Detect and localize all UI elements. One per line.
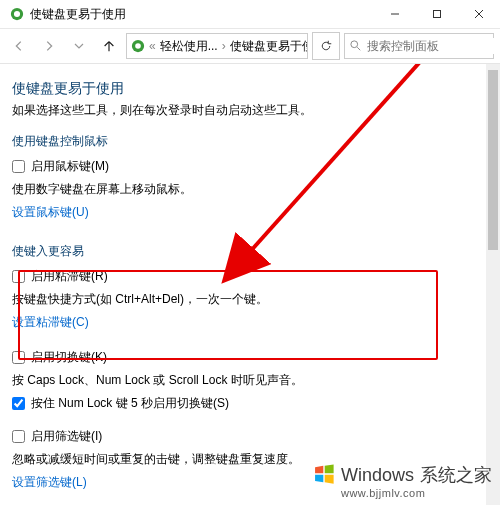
address-bar: « 轻松使用... › 使键盘更易于使用	[0, 29, 500, 64]
ease-of-access-icon	[131, 39, 145, 53]
toggle-keys-row: 启用切换键(K)	[12, 349, 470, 366]
mouse-keys-desc: 使用数字键盘在屏幕上移动鼠标。	[12, 181, 470, 198]
sticky-keys-link-line: 设置粘滞键(C)	[12, 314, 470, 331]
recent-dropdown[interactable]	[66, 33, 92, 59]
page-title: 使键盘更易于使用	[12, 80, 470, 98]
maximize-button[interactable]	[416, 0, 458, 28]
toggle-keys-checkbox[interactable]	[12, 351, 25, 364]
breadcrumb-sep-icon: «	[149, 39, 156, 53]
filter-keys-settings-link[interactable]: 设置筛选键(L)	[12, 475, 87, 489]
toggle-keys-numlock-row: 按住 Num Lock 键 5 秒启用切换键(S)	[12, 395, 470, 412]
svg-marker-14	[325, 475, 334, 484]
content-area: ▴ ▾ 使键盘更易于使用 如果选择这些工具，则在每次登录时自动启动这些工具。 使…	[0, 64, 500, 505]
window-titlebar: 使键盘更易于使用	[0, 0, 500, 29]
search-input[interactable]	[365, 38, 500, 54]
mouse-keys-checkbox[interactable]	[12, 160, 25, 173]
forward-button[interactable]	[36, 33, 62, 59]
window-title: 使键盘更易于使用	[30, 6, 126, 23]
toggle-keys-numlock-label: 按住 Num Lock 键 5 秒启用切换键(S)	[31, 395, 229, 412]
filter-keys-label: 启用筛选键(I)	[31, 428, 102, 445]
sticky-keys-desc: 按键盘快捷方式(如 Ctrl+Alt+Del)，一次一个键。	[12, 291, 470, 308]
up-button[interactable]	[96, 33, 122, 59]
breadcrumb-chevron-icon: ›	[222, 39, 226, 53]
watermark: Windows 系统之家 www.bjjmlv.com	[313, 463, 492, 499]
close-button[interactable]	[458, 0, 500, 28]
mouse-keys-settings-link[interactable]: 设置鼠标键(U)	[12, 205, 89, 219]
scrollbar-thumb[interactable]	[488, 70, 498, 250]
mouse-keys-link-line: 设置鼠标键(U)	[12, 204, 470, 221]
svg-point-8	[351, 40, 358, 47]
breadcrumb[interactable]: « 轻松使用... › 使键盘更易于使用	[126, 33, 308, 59]
sticky-keys-row: 启用粘滞键(R)	[12, 268, 470, 285]
refresh-button[interactable]	[312, 32, 340, 60]
watermark-url: www.bjjmlv.com	[341, 487, 425, 499]
filter-keys-checkbox[interactable]	[12, 430, 25, 443]
svg-rect-3	[434, 11, 441, 18]
section-mouse-heading: 使用键盘控制鼠标	[12, 133, 470, 150]
window-controls	[374, 0, 500, 28]
toggle-keys-desc: 按 Caps Lock、Num Lock 或 Scroll Lock 时听见声音…	[12, 372, 470, 389]
search-icon	[349, 39, 361, 54]
mouse-keys-row: 启用鼠标键(M)	[12, 158, 470, 175]
search-box[interactable]	[344, 33, 494, 59]
watermark-brand1: Windows	[341, 465, 414, 486]
section-typing-heading: 使键入更容易	[12, 243, 470, 260]
toggle-keys-label: 启用切换键(K)	[31, 349, 107, 366]
breadcrumb-item-2[interactable]: 使键盘更易于使用	[228, 38, 308, 55]
filter-keys-row: 启用筛选键(I)	[12, 428, 470, 445]
breadcrumb-item-1[interactable]: 轻松使用...	[158, 38, 220, 55]
svg-line-9	[357, 47, 360, 50]
sticky-keys-settings-link[interactable]: 设置粘滞键(C)	[12, 315, 89, 329]
mouse-keys-label: 启用鼠标键(M)	[31, 158, 109, 175]
minimize-button[interactable]	[374, 0, 416, 28]
toggle-keys-numlock-checkbox[interactable]	[12, 397, 25, 410]
titlebar-left: 使键盘更易于使用	[10, 6, 126, 23]
watermark-brand2: 系统之家	[420, 463, 492, 487]
svg-marker-11	[315, 466, 323, 474]
content-inner: 使键盘更易于使用 如果选择这些工具，则在每次登录时自动启动这些工具。 使用键盘控…	[12, 80, 488, 505]
back-button[interactable]	[6, 33, 32, 59]
svg-point-1	[14, 11, 20, 17]
windows-logo-icon	[313, 463, 335, 487]
svg-marker-12	[325, 464, 334, 473]
sticky-keys-label: 启用粘滞键(R)	[31, 268, 108, 285]
sticky-keys-checkbox[interactable]	[12, 270, 25, 283]
svg-marker-13	[315, 475, 323, 483]
vertical-scrollbar[interactable]: ▴ ▾	[486, 64, 500, 505]
app-icon	[10, 7, 24, 21]
svg-point-7	[135, 43, 141, 49]
page-intro: 如果选择这些工具，则在每次登录时自动启动这些工具。	[12, 102, 470, 119]
